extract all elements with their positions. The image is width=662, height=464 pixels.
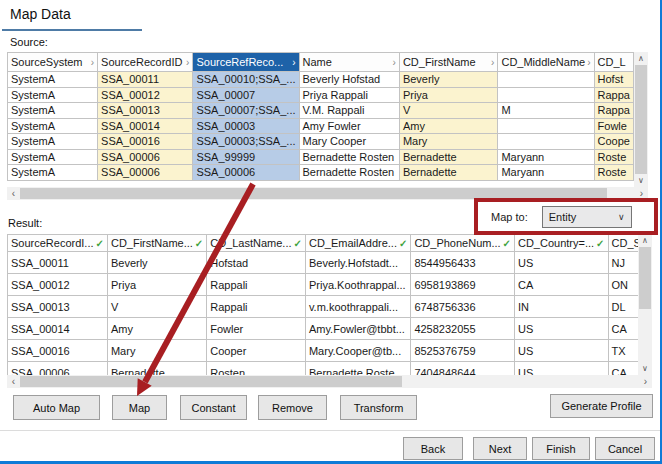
grid-cell[interactable]: SSA_00006 [98, 149, 193, 165]
grid-cell[interactable]: SSA_00006 [193, 165, 299, 181]
grid-cell[interactable]: 6748756336 [411, 296, 515, 318]
grid-cell[interactable]: Priya [107, 274, 206, 296]
grid-cell[interactable]: IN [514, 296, 608, 318]
grid-cell[interactable]: V.M. Rappali [299, 103, 399, 119]
column-header[interactable]: CD_Country=...✓ [514, 235, 608, 252]
grid-cell[interactable]: SystemA [8, 134, 98, 150]
grid-cell[interactable]: SSA_00014 [8, 318, 108, 340]
grid-cell[interactable]: 8544956433 [411, 252, 515, 274]
grid-cell[interactable]: SSA_00003;SSA_... [193, 134, 299, 150]
auto-map-button[interactable]: Auto Map [13, 395, 100, 420]
grid-cell[interactable]: Beverly.Hofstadt... [305, 252, 410, 274]
result-vertical-scrollbar[interactable]: ∧ ∨ [638, 234, 652, 375]
grid-cell[interactable]: Amy.Fowler@tbbt... [305, 318, 410, 340]
grid-cell[interactable]: SystemA [8, 72, 98, 88]
column-header[interactable]: CD_LastName...✓ [207, 235, 306, 252]
result-vscroll-thumb[interactable] [639, 247, 651, 309]
result-grid[interactable]: SourceRecordI...✓CD_FirstName...✓CD_Last… [7, 234, 638, 375]
grid-cell[interactable]: V [107, 296, 206, 318]
grid-cell[interactable]: SSA_00013 [98, 103, 193, 119]
grid-cell[interactable]: Bernadette [399, 149, 498, 165]
constant-button[interactable]: Constant [180, 395, 247, 420]
grid-cell[interactable]: CA [514, 274, 608, 296]
grid-cell[interactable]: US [514, 340, 608, 362]
grid-cell[interactable]: SSA_00011 [8, 252, 108, 274]
grid-cell[interactable]: Bernadette Rosten [299, 149, 399, 165]
grid-cell[interactable]: 6958193869 [411, 274, 515, 296]
grid-cell[interactable]: SystemA [8, 149, 98, 165]
grid-cell[interactable]: SSA_99999 [193, 149, 299, 165]
grid-cell[interactable]: SystemA [8, 118, 98, 134]
grid-cell[interactable]: Cooper [207, 340, 306, 362]
grid-cell[interactable]: CA [608, 362, 638, 376]
scroll-left-icon[interactable]: ‹ [7, 187, 20, 200]
grid-cell[interactable]: Rappali [207, 296, 306, 318]
column-header[interactable]: CD_FirstName...✓ [107, 235, 206, 252]
scroll-down-icon[interactable]: ∨ [638, 362, 652, 375]
grid-cell[interactable]: ON [608, 274, 638, 296]
column-header[interactable]: SourceRecordI...✓ [8, 235, 108, 252]
grid-cell[interactable]: SSA_00013 [8, 296, 108, 318]
grid-cell[interactable]: US [514, 252, 608, 274]
grid-cell[interactable]: Mary.Cooper@tb... [305, 340, 410, 362]
grid-cell[interactable]: V [399, 103, 498, 119]
generate-profile-button[interactable]: Generate Profile [550, 394, 653, 418]
source-grid[interactable]: SourceSystem›SourceRecordID›SourceRefRec… [7, 52, 634, 181]
grid-cell[interactable]: Priya [399, 87, 498, 103]
grid-cell[interactable]: SSA_00010;SSA_... [193, 72, 299, 88]
column-header[interactable]: CD_EmailAddre...✓ [305, 235, 410, 252]
grid-cell[interactable]: Rappa [594, 103, 633, 119]
result-hscroll-thumb[interactable] [20, 376, 402, 387]
grid-cell[interactable]: Hofstad [207, 252, 306, 274]
grid-cell[interactable]: Bernadette [107, 362, 206, 376]
source-vscroll-thumb[interactable] [635, 65, 647, 174]
column-header[interactable]: SourceRefReco...› [193, 53, 299, 72]
grid-cell[interactable]: SSA_00016 [8, 340, 108, 362]
column-header[interactable]: CD_FirstName› [399, 53, 498, 72]
grid-cell[interactable]: Mary [399, 134, 498, 150]
grid-cell[interactable]: Mary [107, 340, 206, 362]
grid-cell[interactable]: SSA_00016 [98, 134, 193, 150]
grid-cell[interactable]: Bernadette [399, 165, 498, 181]
remove-button[interactable]: Remove [258, 395, 327, 420]
column-header[interactable]: SourceSystem› [8, 53, 98, 72]
grid-cell[interactable]: Bernadette Rosten [299, 165, 399, 181]
grid-cell[interactable]: v.m.koothrappali... [305, 296, 410, 318]
grid-cell[interactable]: Rappali [207, 274, 306, 296]
grid-cell[interactable]: NJ [608, 252, 638, 274]
grid-cell[interactable]: Beverly [107, 252, 206, 274]
grid-cell[interactable]: Rappa [594, 87, 633, 103]
grid-cell[interactable]: Bernadette.Roste... [305, 362, 410, 376]
grid-cell[interactable]: 4258232055 [411, 318, 515, 340]
column-header[interactable]: CD_L [594, 53, 633, 72]
grid-cell[interactable] [498, 72, 594, 88]
scroll-up-icon[interactable]: ∧ [638, 234, 652, 247]
grid-cell[interactable]: Hofst [594, 72, 633, 88]
grid-cell[interactable]: Amy [107, 318, 206, 340]
back-button[interactable]: Back [403, 437, 463, 460]
grid-cell[interactable]: SSA_00007;SSA_... [193, 103, 299, 119]
grid-cell[interactable]: 8525376759 [411, 340, 515, 362]
column-header[interactable]: CD_MiddleName› [498, 53, 594, 72]
grid-cell[interactable] [498, 118, 594, 134]
grid-cell[interactable]: Beverly [399, 72, 498, 88]
grid-cell[interactable]: SystemA [8, 87, 98, 103]
grid-cell[interactable]: TX [608, 340, 638, 362]
grid-cell[interactable]: Rosten [207, 362, 306, 376]
next-button[interactable]: Next [473, 437, 527, 460]
grid-cell[interactable]: SSA_00014 [98, 118, 193, 134]
grid-cell[interactable]: Fowle [594, 118, 633, 134]
result-horizontal-scrollbar[interactable]: ‹ › [7, 375, 652, 388]
grid-cell[interactable]: US [514, 362, 608, 376]
grid-cell[interactable]: Fowler [207, 318, 306, 340]
grid-cell[interactable]: SSA_00006 [98, 165, 193, 181]
grid-cell[interactable]: SSA_00011 [98, 72, 193, 88]
grid-cell[interactable]: Amy Fowler [299, 118, 399, 134]
scroll-up-icon[interactable]: ∧ [634, 52, 648, 65]
grid-cell[interactable] [498, 134, 594, 150]
grid-cell[interactable]: CA [608, 318, 638, 340]
column-header[interactable]: Name› [299, 53, 399, 72]
source-vertical-scrollbar[interactable]: ∧ ∨ [634, 52, 648, 187]
column-header[interactable]: CD_St [608, 235, 638, 252]
grid-cell[interactable]: Priya Rappali [299, 87, 399, 103]
